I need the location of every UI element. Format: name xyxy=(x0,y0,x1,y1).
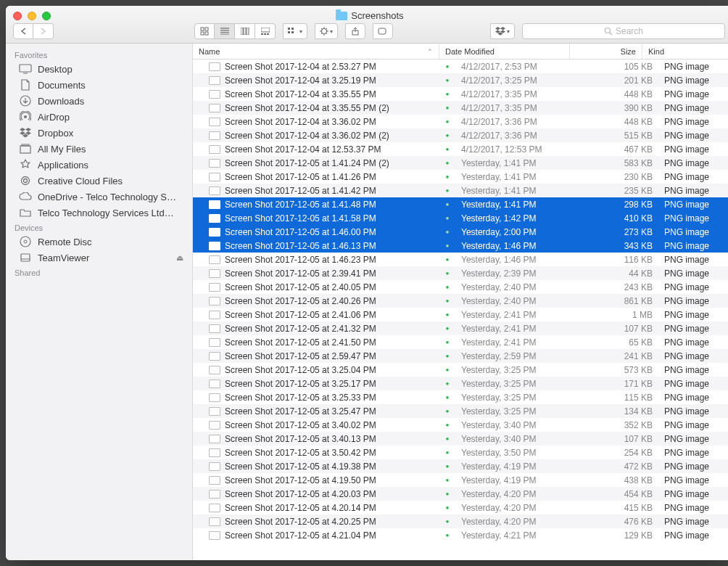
sync-status-icon: ● xyxy=(439,187,455,194)
file-size: 241 KB xyxy=(586,351,658,361)
file-row[interactable]: Screen Shot 2017-12-05 at 4.20.25 PM●Yes… xyxy=(193,514,728,528)
file-row[interactable]: Screen Shot 2017-12-04 at 3.25.19 PM●4/1… xyxy=(193,73,728,87)
file-row[interactable]: Screen Shot 2017-12-05 at 2.39.41 PM●Yes… xyxy=(193,266,728,280)
file-row[interactable]: Screen Shot 2017-12-05 at 1.46.13 PM●Yes… xyxy=(193,239,728,253)
header-size[interactable]: Size xyxy=(570,44,642,59)
back-button[interactable] xyxy=(13,23,33,39)
file-row[interactable]: Screen Shot 2017-12-04 at 3.36.02 PM●4/1… xyxy=(193,115,728,128)
file-row[interactable]: Screen Shot 2017-12-05 at 3.40.02 PM●Yes… xyxy=(193,418,728,432)
tags-button[interactable] xyxy=(373,23,393,39)
sidebar-item[interactable]: Desktop xyxy=(6,61,192,77)
file-name: Screen Shot 2017-12-04 at 12.53.37 PM xyxy=(225,144,381,155)
file-row[interactable]: Screen Shot 2017-12-05 at 3.50.42 PM●Yes… xyxy=(193,446,728,459)
list-view-button[interactable] xyxy=(215,23,235,39)
sidebar-item[interactable]: All My Files xyxy=(6,141,192,157)
file-row[interactable]: Screen Shot 2017-12-04 at 3.35.55 PM (2)… xyxy=(193,101,728,115)
file-row[interactable]: Screen Shot 2017-12-05 at 1.46.00 PM●Yes… xyxy=(193,225,728,239)
file-row[interactable]: Screen Shot 2017-12-05 at 1.41.48 PM●Yes… xyxy=(193,197,728,211)
file-row[interactable]: Screen Shot 2017-12-05 at 1.46.23 PM●Yes… xyxy=(193,253,728,266)
file-modified: Yesterday, 2:41 PM xyxy=(455,310,586,320)
sync-status-icon: ● xyxy=(439,173,455,180)
sidebar-item[interactable]: Remote Disc xyxy=(6,234,192,250)
file-modified: Yesterday, 1:42 PM xyxy=(455,213,586,223)
file-row[interactable]: Screen Shot 2017-12-05 at 4.21.04 PM●Yes… xyxy=(193,528,728,542)
file-row[interactable]: Screen Shot 2017-12-05 at 2.41.32 PM●Yes… xyxy=(193,321,728,335)
file-row[interactable]: Screen Shot 2017-12-05 at 4.19.38 PM●Yes… xyxy=(193,459,728,473)
file-row[interactable]: Screen Shot 2017-12-05 at 3.25.17 PM●Yes… xyxy=(193,377,728,390)
file-row[interactable]: Screen Shot 2017-12-05 at 1.41.24 PM (2)… xyxy=(193,156,728,170)
sync-status-icon: ● xyxy=(439,270,455,276)
file-kind: PNG image xyxy=(658,434,728,444)
sidebar-item[interactable]: Applications xyxy=(6,157,192,173)
header-modified[interactable]: Date Modified xyxy=(439,44,570,59)
file-modified: Yesterday, 1:41 PM xyxy=(455,186,586,196)
arrange-button[interactable]: ▾ xyxy=(283,23,307,39)
forward-button[interactable] xyxy=(33,23,54,39)
file-row[interactable]: Screen Shot 2017-12-05 at 4.20.14 PM●Yes… xyxy=(193,501,728,514)
header-name[interactable]: Name⌃ xyxy=(193,44,439,59)
file-row[interactable]: Screen Shot 2017-12-05 at 3.25.47 PM●Yes… xyxy=(193,404,728,418)
file-name: Screen Shot 2017-12-05 at 4.19.50 PM xyxy=(225,475,376,485)
eject-icon[interactable]: ⏏ xyxy=(176,253,183,263)
file-row[interactable]: Screen Shot 2017-12-05 at 1.41.26 PM●Yes… xyxy=(193,170,728,184)
sync-status-icon: ● xyxy=(439,463,455,469)
file-list[interactable]: Screen Shot 2017-12-04 at 2.53.27 PM●4/1… xyxy=(193,60,728,560)
svg-rect-42 xyxy=(21,254,30,261)
sidebar-item-label: Documents xyxy=(38,80,86,91)
sidebar-item-label: AirDrop xyxy=(38,112,70,123)
sidebar-item[interactable]: TeamViewer⏏ xyxy=(6,250,192,266)
file-row[interactable]: Screen Shot 2017-12-05 at 4.19.50 PM●Yes… xyxy=(193,473,728,487)
sidebar-item[interactable]: OneDrive - Telco Technology S… xyxy=(6,189,192,205)
svg-rect-37 xyxy=(22,144,29,146)
search-field[interactable]: Search xyxy=(522,23,725,39)
file-name: Screen Shot 2017-12-05 at 1.46.00 PM xyxy=(225,227,376,237)
header-kind[interactable]: Kind xyxy=(642,44,728,59)
dropbox-button[interactable]: ▾ xyxy=(490,23,515,39)
file-row[interactable]: Screen Shot 2017-12-04 at 3.36.02 PM (2)… xyxy=(193,128,728,142)
file-row[interactable]: Screen Shot 2017-12-05 at 1.41.42 PM●Yes… xyxy=(193,184,728,197)
content: Name⌃ Date Modified Size Kind Screen Sho… xyxy=(193,44,728,560)
file-thumbnail-icon xyxy=(209,393,220,402)
file-row[interactable]: Screen Shot 2017-12-05 at 3.25.04 PM●Yes… xyxy=(193,363,728,377)
file-kind: PNG image xyxy=(658,227,728,237)
icon-view-button[interactable] xyxy=(194,23,215,39)
file-name: Screen Shot 2017-12-05 at 2.41.50 PM xyxy=(225,337,376,348)
sync-status-icon: ● xyxy=(439,491,455,497)
file-row[interactable]: Screen Shot 2017-12-05 at 3.40.13 PM●Yes… xyxy=(193,432,728,446)
file-row[interactable]: Screen Shot 2017-12-04 at 12.53.37 PM●4/… xyxy=(193,142,728,156)
sidebar-item[interactable]: AirDrop xyxy=(6,109,192,125)
sidebar-item[interactable]: Creative Cloud Files xyxy=(6,173,192,189)
file-row[interactable]: Screen Shot 2017-12-05 at 2.40.05 PM●Yes… xyxy=(193,280,728,294)
sidebar-item[interactable]: Documents xyxy=(6,77,192,93)
file-thumbnail-icon xyxy=(209,104,220,112)
file-row[interactable]: Screen Shot 2017-12-05 at 4.20.03 PM●Yes… xyxy=(193,487,728,501)
sidebar-item[interactable]: Downloads xyxy=(6,93,192,109)
sidebar[interactable]: FavoritesDesktopDocumentsDownloadsAirDro… xyxy=(6,44,193,560)
action-button[interactable]: ▾ xyxy=(315,23,338,39)
file-kind: PNG image xyxy=(658,379,728,389)
file-row[interactable]: Screen Shot 2017-12-04 at 3.35.55 PM●4/1… xyxy=(193,87,728,101)
desktop-icon xyxy=(19,63,32,75)
file-row[interactable]: Screen Shot 2017-12-05 at 2.41.06 PM●Yes… xyxy=(193,308,728,321)
sync-status-icon: ● xyxy=(439,201,455,208)
sync-status-icon: ● xyxy=(439,63,455,70)
column-view-button[interactable] xyxy=(235,23,255,39)
file-kind: PNG image xyxy=(658,172,728,182)
share-button[interactable] xyxy=(345,23,365,39)
file-row[interactable]: Screen Shot 2017-12-04 at 2.53.27 PM●4/1… xyxy=(193,60,728,73)
sidebar-item[interactable]: Telco Technology Services Ltd… xyxy=(6,205,192,221)
file-row[interactable]: Screen Shot 2017-12-05 at 2.59.47 PM●Yes… xyxy=(193,349,728,363)
file-size: 438 KB xyxy=(586,475,658,485)
file-row[interactable]: Screen Shot 2017-12-05 at 3.25.33 PM●Yes… xyxy=(193,390,728,404)
file-row[interactable]: Screen Shot 2017-12-05 at 2.41.50 PM●Yes… xyxy=(193,335,728,349)
sync-status-icon: ● xyxy=(439,380,455,387)
file-row[interactable]: Screen Shot 2017-12-05 at 2.40.26 PM●Yes… xyxy=(193,294,728,308)
file-thumbnail-icon xyxy=(209,228,220,237)
file-kind: PNG image xyxy=(658,503,728,513)
gallery-view-button[interactable] xyxy=(255,23,276,39)
file-size: 44 KB xyxy=(586,268,658,279)
file-size: 1 MB xyxy=(586,310,658,320)
file-row[interactable]: Screen Shot 2017-12-05 at 1.41.58 PM●Yes… xyxy=(193,211,728,225)
sidebar-item[interactable]: Dropbox xyxy=(6,125,192,141)
file-kind: PNG image xyxy=(658,324,728,334)
